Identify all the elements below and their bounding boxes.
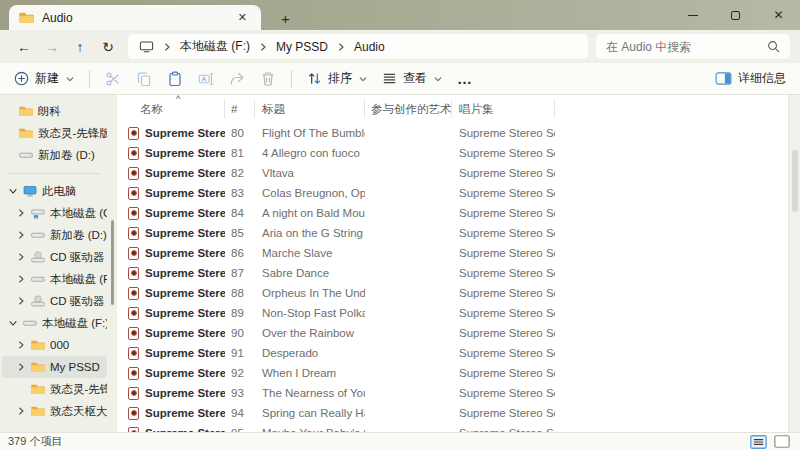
close-button[interactable]: ✕ (757, 0, 800, 30)
table-row[interactable]: Supreme Stereo S...814 Allegro con fuoco… (117, 143, 788, 163)
cut-button[interactable] (105, 71, 121, 87)
more-options-button[interactable]: … (457, 70, 473, 87)
folder-icon (19, 127, 33, 139)
breadcrumb-item[interactable]: My PSSD (276, 40, 328, 54)
search-input[interactable] (606, 40, 761, 54)
column-header[interactable]: # (225, 100, 255, 118)
minimize-button[interactable] (671, 0, 714, 30)
table-row[interactable]: Supreme Stereo S...84A night on Bald Mou… (117, 203, 788, 223)
tab-close-icon[interactable]: ✕ (234, 11, 251, 24)
breadcrumb-item[interactable]: 本地磁盘 (F:) (180, 38, 250, 55)
sidebar-item[interactable]: 新加卷 (D:) (2, 144, 107, 166)
details-pane-label: 详细信息 (738, 70, 786, 87)
view-button[interactable]: 查看 (382, 70, 442, 87)
details-pane-button[interactable]: 详细信息 (715, 70, 786, 87)
chevron-right-icon[interactable] (16, 231, 26, 239)
list-scrollbar[interactable] (788, 95, 800, 432)
breadcrumb-chevron-icon (337, 43, 345, 51)
sidebar-item[interactable]: 新加卷 (D:) (2, 224, 107, 246)
table-row[interactable]: Supreme Stereo S...88Orpheus In The Unde… (117, 283, 788, 303)
delete-button[interactable] (260, 71, 276, 87)
table-row[interactable]: Supreme Stereo S...82VltavaSupreme Stere… (117, 163, 788, 183)
sidebar-item[interactable]: 致态灵-先锋版 (2, 378, 107, 400)
sidebar-item[interactable]: 致态天枢大师 (2, 400, 107, 422)
table-row[interactable]: Supreme Stereo S...91DesperadoSupreme St… (117, 343, 788, 363)
sidebar-item-label: 本地磁盘 (C:) (50, 206, 107, 221)
audio-file-icon (128, 247, 139, 260)
new-tab-button[interactable]: + (275, 10, 296, 27)
rename-button[interactable] (198, 71, 214, 87)
file-name-cell: Supreme Stereo S... (117, 227, 225, 240)
file-name: Supreme Stereo S... (145, 407, 225, 419)
file-name-cell: Supreme Stereo S... (117, 327, 225, 340)
sidebar-item-selected[interactable]: My PSSD (2, 356, 107, 378)
tab-audio[interactable]: Audio ✕ (9, 5, 261, 30)
file-title-cell: Marche Slave (255, 247, 365, 259)
sidebar-item[interactable]: 本地磁盘 (F:) (2, 312, 107, 334)
sidebar-item[interactable]: 本地磁盘 (F:) (2, 268, 107, 290)
file-track-cell: 87 (225, 267, 255, 279)
sort-arrows-icon (307, 71, 322, 86)
column-header[interactable]: 唱片集 (452, 100, 555, 118)
chevron-down-icon[interactable] (8, 319, 18, 327)
file-album-cell: Supreme Stereo So... (452, 167, 555, 179)
forward-button[interactable]: → (38, 39, 66, 55)
chevron-down-icon (66, 75, 74, 83)
table-row[interactable]: Supreme Stereo S...90Over the RainbowSup… (117, 323, 788, 343)
sort-button[interactable]: 排序 (307, 70, 367, 87)
sidebar-item[interactable]: 000 (2, 334, 107, 356)
file-title-cell: Spring can Really Hang... (255, 407, 365, 419)
file-name-cell: Supreme Stereo S... (117, 127, 225, 140)
file-album-cell: Supreme Stereo So... (452, 227, 555, 239)
drive-icon (31, 273, 45, 285)
table-row[interactable]: Supreme Stereo S...85Aria on the G Strin… (117, 223, 788, 243)
sidebar-item[interactable]: 致态灵-先锋版移 (2, 122, 107, 144)
up-button[interactable]: ↑ (66, 39, 94, 55)
sidebar-item[interactable]: 本地磁盘 (C:) (2, 202, 107, 224)
file-name-cell: Supreme Stereo S... (117, 287, 225, 300)
sidebar-item[interactable]: CD 驱动器 (E: (2, 246, 107, 268)
chevron-down-icon[interactable] (8, 187, 18, 195)
sidebar-item[interactable]: 此电脑 (2, 180, 107, 202)
chevron-right-icon[interactable] (16, 253, 26, 261)
chevron-right-icon[interactable] (16, 407, 26, 415)
table-row[interactable]: Supreme Stereo S...80Flight Of The Bumbl… (117, 123, 788, 143)
table-row[interactable]: Supreme Stereo S...92When I DreamSupreme… (117, 363, 788, 383)
back-button[interactable]: ← (10, 39, 38, 55)
chevron-right-icon[interactable] (16, 209, 26, 217)
sidebar-scrollbar-thumb[interactable] (111, 220, 114, 305)
file-album-cell: Supreme Stereo So... (452, 387, 555, 399)
chevron-right-icon[interactable] (16, 297, 26, 305)
list-scrollbar-thumb[interactable] (792, 150, 798, 212)
table-row[interactable]: Supreme Stereo S...93The Nearness of You… (117, 383, 788, 403)
table-row[interactable]: Supreme Stereo S...89Non-Stop Fast Polka… (117, 303, 788, 323)
new-button[interactable]: 新建 (14, 70, 74, 87)
sidebar-item-label: 000 (50, 339, 69, 351)
breadcrumb[interactable]: 本地磁盘 (F:)My PSSDAudio (128, 34, 588, 59)
table-row[interactable]: Supreme Stereo S...94Spring can Really H… (117, 403, 788, 423)
column-header[interactable]: 标题 (255, 100, 365, 118)
chevron-right-icon[interactable] (16, 341, 26, 349)
audio-file-icon (128, 167, 139, 180)
copy-button[interactable] (136, 71, 152, 87)
table-row[interactable]: Supreme Stereo S...86Marche SlaveSupreme… (117, 243, 788, 263)
refresh-button[interactable]: ↻ (94, 39, 122, 55)
sidebar-item[interactable]: CD 驱动器 (E:) . (2, 290, 107, 312)
thumbnail-view-button[interactable] (774, 435, 790, 448)
share-button[interactable] (229, 71, 245, 87)
search-box[interactable] (596, 34, 790, 59)
maximize-button[interactable] (714, 0, 757, 30)
sidebar-item[interactable]: 朗科 (2, 100, 107, 122)
breadcrumb-item[interactable]: Audio (354, 40, 385, 54)
column-header[interactable]: 参与创作的艺术家 (365, 100, 452, 118)
chevron-right-icon[interactable] (16, 363, 26, 371)
sidebar-scrollbar[interactable] (109, 95, 117, 432)
chevron-right-icon[interactable] (16, 275, 26, 283)
details-view-button[interactable] (750, 435, 767, 449)
table-row[interactable]: Supreme Stereo S...87Sabre DanceSupreme … (117, 263, 788, 283)
file-album-cell: Supreme Stereo So... (452, 327, 555, 339)
table-row[interactable]: Supreme Stereo S...83Colas Breugnon, Op.… (117, 183, 788, 203)
paste-button[interactable] (167, 71, 183, 87)
table-row[interactable]: Supreme Stereo S...95Maybe Your Baby's G… (117, 423, 788, 432)
column-header[interactable]: 名称 (117, 100, 225, 118)
